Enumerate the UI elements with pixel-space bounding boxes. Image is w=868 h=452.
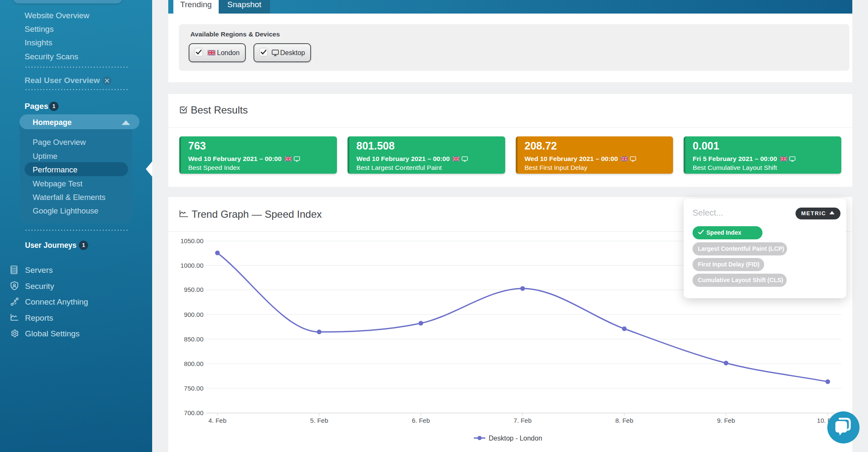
- svg-text:7. Feb: 7. Feb: [514, 417, 532, 424]
- svg-text:1000.00: 1000.00: [181, 262, 203, 269]
- svg-text:8. Feb: 8. Feb: [615, 417, 634, 424]
- svg-text:4. Feb: 4. Feb: [209, 417, 227, 424]
- svg-text:800.00: 800.00: [184, 360, 203, 367]
- svg-text:900.00: 900.00: [184, 311, 203, 318]
- svg-text:850.00: 850.00: [184, 336, 203, 343]
- svg-text:750.00: 750.00: [184, 385, 203, 392]
- svg-text:9. Feb: 9. Feb: [717, 417, 735, 424]
- svg-text:5. Feb: 5. Feb: [310, 417, 328, 424]
- svg-text:1050.00: 1050.00: [181, 237, 203, 244]
- svg-text:6. Feb: 6. Feb: [412, 417, 430, 424]
- svg-text:Desktop - London: Desktop - London: [489, 435, 542, 442]
- svg-text:950.00: 950.00: [184, 286, 203, 293]
- svg-text:700.00: 700.00: [184, 409, 203, 416]
